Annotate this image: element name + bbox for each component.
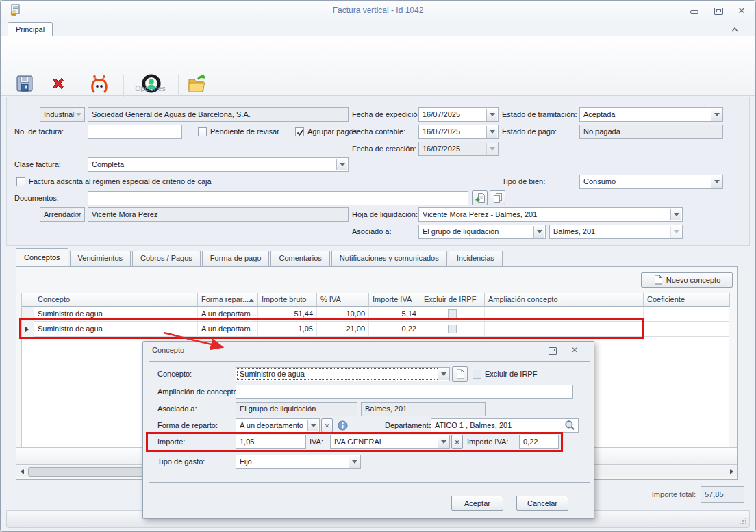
accept-label: Aceptar [464,499,490,507]
property-type-select[interactable]: Industrial [40,107,85,122]
tab-notificaciones[interactable]: Notificaciones y comunicados [331,251,447,266]
excluir-irpf-checkbox[interactable] [448,309,457,318]
expense-type-select[interactable]: Fijo [236,455,361,469]
chevron-up-icon [731,27,739,32]
chevron-down-icon[interactable] [670,209,681,220]
tab-principal[interactable]: Principal [8,22,53,36]
extension-field[interactable] [236,385,573,399]
concept-select[interactable]: Suministro de agua [236,367,450,381]
restore-button[interactable] [711,5,725,16]
department-field[interactable]: ATICO 1 , Balmes, 201 [431,418,579,433]
accounting-date-picker[interactable]: 16/07/2025 [418,125,499,139]
copy-document-button[interactable] [490,190,505,205]
col-forma-reparto[interactable]: Forma repar... [198,293,258,307]
tab-forma-de-pago[interactable]: Forma de pago [202,251,270,266]
cell-coeficiente[interactable] [644,322,730,337]
app-window: Factura vertical - Id 1042 ✕ Principal G… [0,0,756,532]
settlement-sheet-select[interactable]: Vicente Mora Perez - Balmes, 201 [418,207,683,222]
creation-date-value: 16/07/2025 [423,144,460,153]
dialog-close-button[interactable]: ✕ [568,344,581,355]
tab-comentarios[interactable]: Comentarios [270,251,329,266]
col-importe-bruto[interactable]: Importe bruto [258,293,317,307]
new-concept-dialog-button[interactable] [452,366,468,382]
extension-label: Ampliación de concepto: [158,385,240,399]
close-button[interactable]: ✕ [735,5,748,16]
col-concepto[interactable]: Concepto [34,293,198,307]
documents-field[interactable] [88,191,468,205]
chevron-down-icon[interactable] [349,456,360,468]
chevron-down-icon[interactable] [486,109,497,121]
exclude-irpf-checkbox[interactable] [473,370,481,379]
accept-button[interactable]: Aceptar [451,496,503,511]
resize-grip-icon[interactable] [739,517,747,525]
department-search-button[interactable] [564,419,576,433]
group-payments-checkbox[interactable] [295,127,304,136]
chevron-down-icon[interactable] [486,126,497,138]
payment-status-field: No pagada [579,125,723,139]
chevron-down-icon[interactable] [711,176,722,188]
landlord-name-field[interactable]: Vicente Mora Perez [88,207,349,222]
minimize-button[interactable] [688,6,701,17]
tab-incidencias[interactable]: Incidencias [449,251,503,266]
tab-conceptos[interactable]: Conceptos [16,248,68,266]
robot-icon [88,73,110,94]
cell-coeficiente[interactable] [644,307,730,322]
ribbon-collapse-button[interactable] [728,24,742,35]
scroll-right-button[interactable] [726,466,737,477]
chevron-down-icon[interactable] [336,159,347,170]
invoice-class-select[interactable]: Completa [88,157,349,172]
chevron-down-icon[interactable] [438,368,449,380]
distribution-select[interactable]: A un departamento [236,418,320,433]
tab-vencimientos[interactable]: Vencimientos [70,251,131,266]
pending-review-checkbox[interactable] [198,127,207,136]
chevron-down-icon[interactable] [73,209,84,220]
property-type-value: Industrial [44,110,75,118]
delete-icon [48,73,68,94]
copy-icon [492,192,503,203]
scroll-left-button[interactable] [16,466,27,477]
ribbon-group-label: Opciones [123,84,177,92]
invoice-number-field[interactable] [88,125,182,139]
expense-type-label: Tipo de gasto: [158,455,205,469]
asset-type-select[interactable]: Consumo [579,175,723,189]
associated-group-value: El grupo de liquidación [423,227,499,236]
annotation-arrow [144,328,240,357]
chevron-down-icon[interactable] [711,109,722,121]
associated-group-select[interactable]: El grupo de liquidación [418,225,546,239]
issue-date-picker[interactable]: 16/07/2025 [418,107,499,122]
cancel-button[interactable]: Cancelar [516,496,568,511]
processing-status-value: Aceptada [583,110,615,118]
cash-regime-checkbox[interactable] [16,177,25,186]
titlebar: Factura vertical - Id 1042 ✕ [1,1,755,21]
landlord-type-select[interactable]: Arrendador [40,207,85,222]
close-icon: ✕ [571,345,578,355]
col-importe-iva[interactable]: Importe IVA [369,293,420,307]
documents-label: Documentos: [14,191,59,205]
col-coeficiente[interactable]: Coeficiente [644,293,730,307]
property-name-field[interactable]: Sociedad General de Aguas de Barcelona, … [88,107,349,122]
col-excluir-irpf[interactable]: Excluir de IRPF [420,293,485,307]
cash-regime-label: Factura adscrita al régimen especial de … [29,175,212,189]
dialog-restore-button[interactable] [546,345,559,356]
arrow-right-icon [730,469,733,474]
dialog-associated-label: Asociado a: [158,402,197,416]
issue-date-value: 16/07/2025 [423,110,460,118]
clear-distribution-button[interactable]: ✕ [321,418,333,433]
chevron-down-icon[interactable] [533,226,544,238]
invoice-number-label: No. de factura: [14,125,64,139]
col-pct-iva[interactable]: % IVA [317,293,369,307]
tab-cobros-pagos[interactable]: Cobros / Pagos [132,251,201,266]
search-icon [564,419,576,431]
new-concept-button[interactable]: Nuevo concepto [641,272,733,288]
add-document-button[interactable] [472,190,488,205]
col-ampliacion[interactable]: Ampliación concepto [485,293,644,307]
distribution-label: Forma de reparto: [158,418,218,433]
close-folder-icon [186,73,208,94]
chevron-down-icon[interactable] [307,420,318,431]
processing-status-select[interactable]: Aceptada [579,107,723,122]
creation-date-label: Fecha de creación: [352,142,416,156]
info-icon[interactable] [338,420,348,432]
dialog-associated-property-field: Balmes, 201 [361,402,486,416]
chevron-down-icon[interactable] [73,109,84,121]
group-payments-label: Agrupar pagos [307,125,357,139]
